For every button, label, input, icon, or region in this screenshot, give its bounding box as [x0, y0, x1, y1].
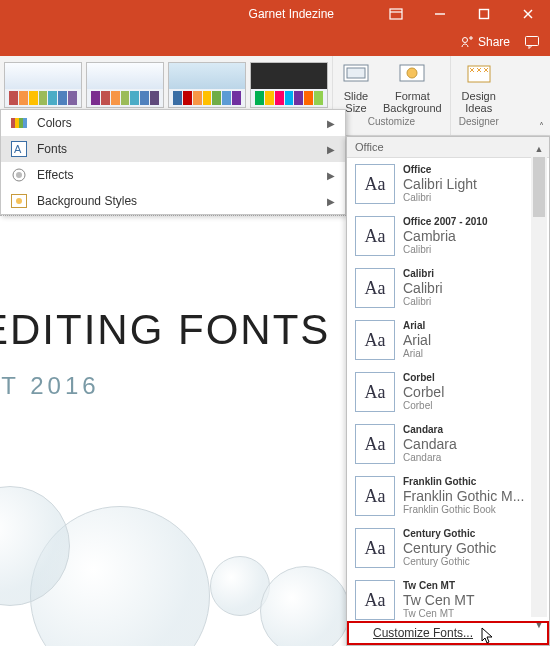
- font-scheme-name: Franklin Gothic: [403, 476, 524, 488]
- bubble-decor: [260, 566, 350, 646]
- font-heading-name: Century Gothic: [403, 540, 496, 556]
- font-scheme-list[interactable]: AaOfficeCalibri LightCalibriAaOffice 200…: [347, 158, 549, 621]
- font-scheme-item[interactable]: AaCandaraCandaraCandara: [347, 418, 549, 470]
- font-scheme-item[interactable]: AaOffice 2007 - 2010CambriaCalibri: [347, 210, 549, 262]
- font-scheme-name: Tw Cen MT: [403, 580, 475, 592]
- font-thumb: Aa: [355, 476, 395, 516]
- font-body-name: Calibri: [403, 244, 488, 256]
- svg-rect-9: [347, 68, 365, 78]
- font-body-name: Calibri: [403, 192, 477, 204]
- slide-subtitle: NT 2016: [0, 372, 350, 400]
- font-scheme-name: Arial: [403, 320, 431, 332]
- font-thumb: Aa: [355, 216, 395, 256]
- font-scheme-name: Candara: [403, 424, 457, 436]
- group-label-customize: Customize: [368, 116, 415, 127]
- font-body-name: Tw Cen MT: [403, 608, 475, 620]
- maximize-button[interactable]: [462, 0, 506, 28]
- font-heading-name: Calibri: [403, 280, 443, 296]
- close-button[interactable]: [506, 0, 550, 28]
- font-heading-name: Corbel: [403, 384, 444, 400]
- font-heading-name: Franklin Gothic M...: [403, 488, 524, 504]
- share-button[interactable]: Share: [460, 35, 510, 49]
- customize-fonts-button[interactable]: Customize Fonts...: [347, 621, 549, 645]
- font-meta: CandaraCandaraCandara: [403, 424, 457, 463]
- app-user-label: Garnet Indezine: [249, 7, 334, 21]
- font-meta: ArialArialArial: [403, 320, 431, 359]
- slide-size-icon: [341, 60, 371, 88]
- chevron-right-icon: ▶: [327, 196, 335, 207]
- font-scheme-panel: Office AaOfficeCalibri LightCalibriAaOff…: [346, 136, 550, 646]
- menu-effects[interactable]: Effects ▶: [1, 162, 345, 188]
- scrollbar-thumb[interactable]: [533, 157, 545, 217]
- font-body-name: Candara: [403, 452, 457, 464]
- font-thumb: Aa: [355, 528, 395, 568]
- svg-rect-15: [19, 118, 23, 128]
- customize-fonts-label: Customize Fonts...: [373, 626, 473, 640]
- menu-fonts[interactable]: A Fonts ▶: [1, 136, 345, 162]
- collapse-ribbon-icon[interactable]: ˄: [534, 119, 548, 133]
- menu-fonts-label: Fonts: [37, 142, 67, 156]
- font-body-name: Corbel: [403, 400, 444, 412]
- font-scheme-name: Century Gothic: [403, 528, 496, 540]
- font-meta: CalibriCalibriCalibri: [403, 268, 443, 307]
- font-scheme-name: Office 2007 - 2010: [403, 216, 488, 228]
- font-scheme-name: Corbel: [403, 372, 444, 384]
- font-body-name: Arial: [403, 348, 431, 360]
- scroll-up-icon[interactable]: ▲: [531, 141, 547, 157]
- slide-title: EDITING FONTS: [0, 306, 350, 354]
- font-heading-name: Calibri Light: [403, 176, 477, 192]
- font-scheme-item[interactable]: AaFranklin GothicFranklin Gothic M...Fra…: [347, 470, 549, 522]
- share-icon: [460, 35, 474, 49]
- comments-icon[interactable]: [524, 34, 540, 50]
- font-thumb: Aa: [355, 372, 395, 412]
- design-ideas-button[interactable]: Design Ideas: [462, 60, 496, 114]
- font-meta: Franklin GothicFranklin Gothic M...Frank…: [403, 476, 524, 515]
- svg-point-11: [407, 68, 417, 78]
- window-titlebar: Garnet Indezine: [0, 0, 550, 28]
- share-bar: Share: [0, 28, 550, 56]
- variants-context-menu: Colors ▶ A Fonts ▶ Effects ▶ Background …: [0, 109, 346, 215]
- font-scheme-item[interactable]: AaCorbelCorbelCorbel: [347, 366, 549, 418]
- variant-thumb[interactable]: [168, 62, 246, 108]
- ribbon-group-designer: Design Ideas Designer: [451, 56, 507, 135]
- font-thumb: Aa: [355, 424, 395, 464]
- menu-colors[interactable]: Colors ▶: [1, 110, 345, 136]
- variant-thumb[interactable]: [4, 62, 82, 108]
- group-label-designer: Designer: [459, 116, 499, 127]
- svg-rect-3: [480, 10, 489, 19]
- svg-point-20: [16, 172, 22, 178]
- share-label: Share: [478, 35, 510, 49]
- svg-rect-0: [390, 9, 402, 19]
- font-heading-name: Arial: [403, 332, 431, 348]
- font-scheme-item[interactable]: AaCalibriCalibriCalibri: [347, 262, 549, 314]
- slide-size-label: Slide Size: [344, 90, 368, 114]
- variant-thumb[interactable]: [250, 62, 328, 108]
- chevron-right-icon: ▶: [327, 144, 335, 155]
- font-thumb: Aa: [355, 320, 395, 360]
- font-meta: Tw Cen MTTw Cen MTTw Cen MT: [403, 580, 475, 619]
- svg-text:A: A: [14, 143, 22, 155]
- svg-point-22: [16, 198, 22, 204]
- font-scheme-item[interactable]: AaCentury GothicCentury GothicCentury Go…: [347, 522, 549, 574]
- font-body-name: Calibri: [403, 296, 443, 308]
- font-scheme-item[interactable]: AaTw Cen MTTw Cen MTTw Cen MT: [347, 574, 549, 621]
- chevron-right-icon: ▶: [327, 118, 335, 129]
- font-scheme-item[interactable]: AaArialArialArial: [347, 314, 549, 366]
- variant-thumb[interactable]: [86, 62, 164, 108]
- font-thumb: Aa: [355, 268, 395, 308]
- ribbon-display-options-icon[interactable]: [374, 0, 418, 28]
- font-body-name: Century Gothic: [403, 556, 496, 568]
- design-ideas-icon: [464, 60, 494, 88]
- minimize-button[interactable]: [418, 0, 462, 28]
- menu-background-styles[interactable]: Background Styles ▶: [1, 188, 345, 214]
- font-scheme-item[interactable]: AaOfficeCalibri LightCalibri: [347, 158, 549, 210]
- slide-size-button[interactable]: Slide Size: [341, 60, 371, 114]
- chevron-right-icon: ▶: [327, 170, 335, 181]
- font-thumb: Aa: [355, 164, 395, 204]
- svg-point-6: [462, 38, 467, 43]
- scrollbar[interactable]: ▲ ▼: [531, 157, 547, 617]
- cursor-icon: [481, 627, 497, 645]
- ribbon-group-customize: Slide Size Format Background Customize: [333, 56, 451, 135]
- format-background-button[interactable]: Format Background: [383, 60, 442, 114]
- svg-rect-7: [526, 37, 539, 46]
